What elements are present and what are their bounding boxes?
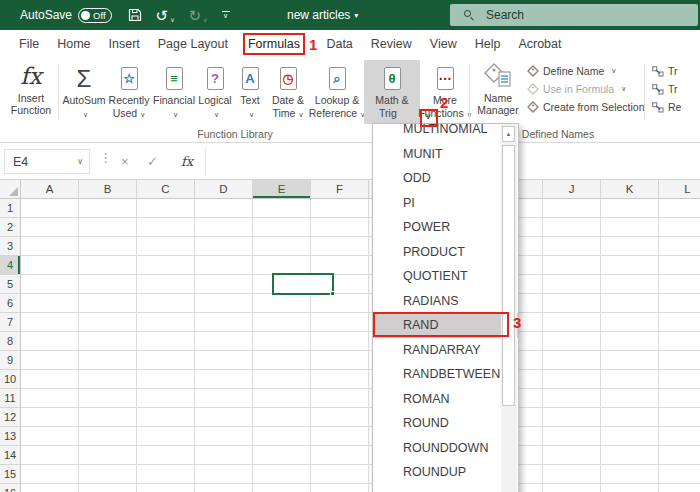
column-header[interactable]: A	[21, 180, 79, 199]
row-header[interactable]: 10	[0, 370, 21, 389]
trace-arrows-icon	[652, 102, 664, 113]
tab-acrobat[interactable]: Acrobat	[509, 37, 570, 51]
formula-auditing-command[interactable]: Tr	[652, 80, 700, 98]
select-all-corner[interactable]	[0, 180, 21, 199]
defined-names-command[interactable]: Use in Formula ∨	[527, 80, 645, 98]
dropdown-arrow-icon[interactable]: ∨	[83, 111, 88, 118]
dropdown-item[interactable]: PI	[373, 191, 518, 216]
tab-file[interactable]: File	[10, 37, 48, 51]
tab-review[interactable]: Review	[362, 37, 421, 51]
name-manager-button[interactable]: Name Manager	[473, 60, 523, 124]
defined-names-command[interactable]: Create from Selection ∨	[527, 98, 645, 116]
enter-button[interactable]: ✓	[147, 149, 158, 174]
undo-button[interactable]: ↺ ∨	[156, 8, 175, 23]
fill-handle[interactable]	[330, 291, 335, 296]
column-header[interactable]: C	[137, 180, 195, 199]
function-label-line2: Reference∨	[309, 107, 366, 122]
column-header[interactable]: J	[543, 180, 601, 199]
name-box-dropdown-icon[interactable]: ∨	[77, 157, 83, 166]
customize-toolbar-button[interactable]: ∨	[222, 11, 230, 19]
dropdown-item[interactable]: ODD	[373, 166, 518, 191]
autosave-toggle[interactable]: AutoSave Off	[20, 8, 112, 23]
formula-auditing-command[interactable]: Re	[652, 98, 700, 116]
dropdown-arrow-icon[interactable]: ∨	[249, 111, 254, 118]
ribbon-function-button[interactable]: ◷ Date & Time∨	[266, 60, 310, 124]
dropdown-item[interactable]: PRODUCT	[373, 240, 518, 265]
row-header[interactable]: 3	[0, 237, 21, 256]
tab-home[interactable]: Home	[48, 37, 99, 51]
row-header[interactable]: 7	[0, 313, 21, 332]
dropdown-item[interactable]: MUNIT	[373, 142, 518, 167]
formula-auditing-command[interactable]: Tr	[652, 62, 700, 80]
cancel-button[interactable]: ×	[121, 149, 129, 174]
dropdown-arrow-icon[interactable]: ∨	[298, 111, 303, 118]
row-header[interactable]: 15	[0, 465, 21, 484]
dropdown-arrow-icon[interactable]: ∨	[611, 67, 616, 75]
formula-bar-resize-handle[interactable]: ⋮	[99, 150, 112, 165]
insert-function-button[interactable]: fx Insert Function	[5, 60, 57, 124]
function-icon-area: ☆	[121, 63, 138, 94]
row-header[interactable]: 4	[0, 256, 21, 275]
row-header[interactable]: 5	[0, 275, 21, 294]
dropdown-scrollbar[interactable]: ▲	[501, 124, 517, 492]
row-header[interactable]: 6	[0, 294, 21, 313]
defined-names-command[interactable]: Define Name ∨	[527, 62, 645, 80]
dropdown-item[interactable]: RANDBETWEEN	[373, 362, 518, 387]
ribbon-function-button[interactable]: ☆ Recently Used∨	[106, 60, 152, 124]
ribbon-function-button[interactable]: ≡ Financial ∨	[152, 60, 196, 124]
row-header[interactable]: 11	[0, 389, 21, 408]
document-title[interactable]: new articles ▾	[287, 0, 358, 30]
dropdown-arrow-icon[interactable]: ∨	[214, 111, 219, 118]
row-header[interactable]: 2	[0, 218, 21, 237]
row-header[interactable]: 1	[0, 199, 21, 218]
scrollbar-up-button[interactable]: ▲	[502, 126, 515, 142]
selected-cell-E4[interactable]	[272, 273, 334, 295]
dropdown-arrow-icon[interactable]: ∨	[621, 85, 626, 93]
tab-page-layout[interactable]: Page Layout	[149, 37, 237, 51]
insert-function-fx-button[interactable]: fx	[181, 149, 193, 174]
row-header[interactable]: 13	[0, 427, 21, 446]
column-header[interactable]: K	[601, 180, 659, 199]
group-separator	[58, 64, 59, 120]
ribbon-function-button[interactable]: A Text ∨	[234, 60, 266, 124]
dropdown-item[interactable]: ROMAN	[373, 387, 518, 412]
tag-icon	[527, 65, 539, 77]
ribbon-function-button[interactable]: Σ AutoSum ∨	[62, 60, 106, 124]
tab-insert[interactable]: Insert	[100, 37, 149, 51]
scrollbar-thumb[interactable]	[502, 145, 515, 406]
dropdown-item[interactable]: MULTINOMIAL	[373, 123, 518, 142]
tab-formulas[interactable]: Formulas	[243, 33, 305, 55]
row-header[interactable]: 12	[0, 408, 21, 427]
row-header[interactable]: 8	[0, 332, 21, 351]
row-header[interactable]: 9	[0, 351, 21, 370]
dropdown-item[interactable]: ROUNDDOWN	[373, 436, 518, 461]
dropdown-item[interactable]: QUOTIENT	[373, 264, 518, 289]
dropdown-item[interactable]: ROUNDUP	[373, 460, 518, 485]
dropdown-arrow-icon[interactable]: ∨	[140, 111, 145, 118]
column-header[interactable]: E	[253, 180, 311, 199]
cells-area[interactable]	[21, 199, 700, 492]
redo-button[interactable]: ↻ ∨	[189, 8, 208, 23]
tab-help[interactable]: Help	[466, 37, 510, 51]
dropdown-item[interactable]: ROUND	[373, 411, 518, 436]
dropdown-item[interactable]: RADIANS	[373, 289, 518, 314]
tab-view[interactable]: View	[421, 37, 466, 51]
row-header[interactable]: 16	[0, 484, 21, 492]
name-box[interactable]: E4 ∨	[4, 149, 90, 174]
dropdown-item[interactable]: POWER	[373, 215, 518, 240]
dropdown-item[interactable]: RANDARRAY	[373, 338, 518, 363]
autosave-switch[interactable]: Off	[78, 8, 112, 23]
tab-data[interactable]: Data	[317, 37, 361, 51]
column-header[interactable]: L	[659, 180, 700, 199]
column-header[interactable]: F	[311, 180, 369, 199]
row-header[interactable]: 14	[0, 446, 21, 465]
search-box[interactable]: Search	[450, 4, 698, 26]
dropdown-arrow-icon[interactable]: ∨	[173, 111, 178, 118]
column-header[interactable]: D	[195, 180, 253, 199]
ribbon-function-button[interactable]: ? Logical ∨	[196, 60, 234, 124]
save-icon[interactable]	[128, 8, 142, 22]
name-box-value: E4	[13, 155, 77, 169]
ribbon-function-button[interactable]: θ Math & Trig∨	[364, 60, 420, 124]
ribbon-function-button[interactable]: ⌕ Lookup & Reference∨	[310, 60, 364, 124]
column-header[interactable]: B	[79, 180, 137, 199]
